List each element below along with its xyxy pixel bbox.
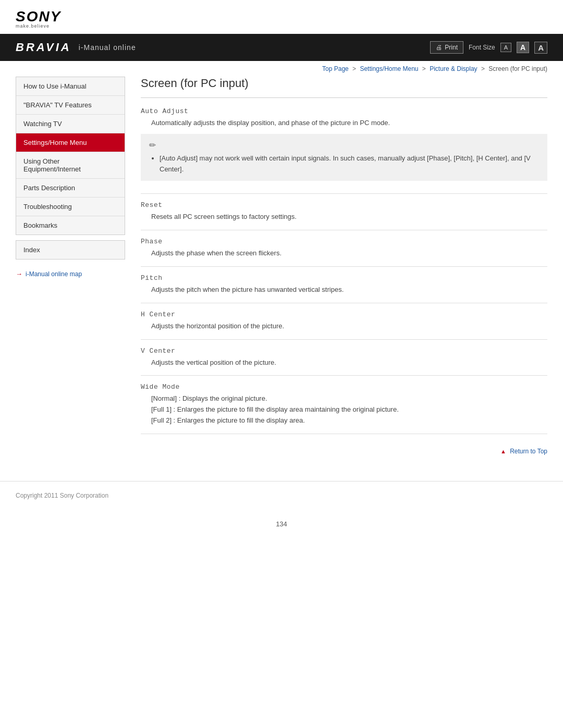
section-title-h-center: H Center <box>141 311 547 318</box>
section-desc-pitch: Adjusts the pitch when the picture has u… <box>141 285 547 295</box>
print-icon: 🖨 <box>436 44 442 51</box>
wide-mode-item-2: [Full 2] : Enlarges the picture to fill … <box>151 415 547 426</box>
section-desc-wide-mode: [Normal] : Displays the original picture… <box>141 393 547 426</box>
section-title-v-center: V Center <box>141 347 547 355</box>
sidebar: How to Use i-Manual "BRAVIA" TV Features… <box>16 77 125 465</box>
font-size-label: Font Size <box>469 44 495 51</box>
page-number: 134 <box>0 510 563 533</box>
sidebar-item-parts-description[interactable]: Parts Description <box>16 179 125 198</box>
font-medium-button[interactable]: A <box>517 42 529 53</box>
breadcrumb-settings[interactable]: Settings/Home Menu <box>360 65 418 72</box>
section-desc-reset: Resets all PC screen settings to factory… <box>141 212 547 223</box>
content-area: Screen (for PC input) Auto Adjust Automa… <box>125 77 547 465</box>
section-v-center: V Center Adjusts the vertical position o… <box>141 347 547 376</box>
sidebar-item-settings-home-menu[interactable]: Settings/Home Menu <box>16 133 125 152</box>
section-h-center: H Center Adjusts the horizontal position… <box>141 311 547 340</box>
footer: Copyright 2011 Sony Corporation <box>0 481 563 510</box>
section-title-wide-mode: Wide Mode <box>141 383 547 391</box>
top-bar-right: 🖨 Print Font Size A A A <box>430 41 547 54</box>
breadcrumb-picture[interactable]: Picture & Display <box>430 65 477 72</box>
sony-logo: SONY make.believe <box>16 9 547 29</box>
section-desc-auto-adjust: Automatically adjusts the display positi… <box>141 118 547 129</box>
breadcrumb-top-page[interactable]: Top Page <box>322 65 349 72</box>
section-desc-h-center: Adjusts the horizontal position of the p… <box>141 321 547 332</box>
copyright: Copyright 2011 Sony Corporation <box>16 492 108 499</box>
sidebar-map-link[interactable]: → i-Manual online map <box>16 268 125 280</box>
sidebar-item-using-other[interactable]: Using Other Equipment/Internet <box>16 152 125 179</box>
sidebar-item-watching-tv[interactable]: Watching TV <box>16 115 125 133</box>
sidebar-index-box: Index <box>16 240 125 260</box>
return-to-top: ▲ Return to Top <box>141 441 547 465</box>
section-desc-phase: Adjusts the phase when the screen flicke… <box>141 248 547 259</box>
note-box-auto-adjust: ✏ [Auto Adjust] may not work well with c… <box>141 134 547 181</box>
top-bar: BRAVIA i-Manual online 🖨 Print Font Size… <box>0 34 563 61</box>
sony-brand: SONY <box>16 9 547 24</box>
bravia-logo: BRAVIA <box>16 41 71 54</box>
section-title-pitch: Pitch <box>141 274 547 282</box>
note-edit-icon: ✏ <box>149 140 539 150</box>
triangle-up-icon: ▲ <box>500 448 506 454</box>
note-item-0: [Auto Adjust] may not work well with cer… <box>160 153 539 175</box>
section-phase: Phase Adjusts the phase when the screen … <box>141 238 547 267</box>
wide-mode-item-1: [Full 1] : Enlarges the picture to fill … <box>151 404 547 415</box>
sidebar-item-troubleshooting[interactable]: Troubleshooting <box>16 198 125 216</box>
breadcrumb-current: Screen (for PC input) <box>488 65 547 72</box>
return-to-top-link[interactable]: ▲ Return to Top <box>500 448 547 455</box>
section-auto-adjust: Auto Adjust Automatically adjusts the di… <box>141 107 547 194</box>
map-link-label: i-Manual online map <box>26 270 82 278</box>
section-desc-v-center: Adjusts the vertical position of the pic… <box>141 357 547 368</box>
sidebar-item-bookmarks[interactable]: Bookmarks <box>16 216 125 235</box>
arrow-right-icon: → <box>16 270 22 278</box>
breadcrumb-sep2: > <box>422 65 426 72</box>
sidebar-item-how-to-use[interactable]: How to Use i-Manual <box>16 77 125 96</box>
breadcrumb-sep3: > <box>481 65 485 72</box>
breadcrumb: Top Page > Settings/Home Menu > Picture … <box>0 61 563 77</box>
print-button[interactable]: 🖨 Print <box>430 41 463 54</box>
font-large-button[interactable]: A <box>534 42 547 54</box>
section-pitch: Pitch Adjusts the pitch when the picture… <box>141 274 547 303</box>
print-label: Print <box>445 44 458 51</box>
section-reset: Reset Resets all PC screen settings to f… <box>141 201 547 230</box>
bravia-title: BRAVIA i-Manual online <box>16 41 136 54</box>
section-title-reset: Reset <box>141 201 547 209</box>
return-to-top-label: Return to Top <box>510 448 547 455</box>
sidebar-item-index[interactable]: Index <box>16 241 125 259</box>
sony-tagline: make.believe <box>16 24 547 29</box>
page-title: Screen (for PC input) <box>141 77 547 98</box>
section-title-auto-adjust: Auto Adjust <box>141 107 547 115</box>
logo-area: SONY make.believe <box>0 0 563 34</box>
section-wide-mode: Wide Mode [Normal] : Displays the origin… <box>141 383 547 434</box>
main-layout: How to Use i-Manual "BRAVIA" TV Features… <box>0 77 563 481</box>
section-title-phase: Phase <box>141 238 547 245</box>
breadcrumb-sep1: > <box>352 65 356 72</box>
sidebar-item-bravia-features[interactable]: "BRAVIA" TV Features <box>16 96 125 115</box>
sidebar-nav: How to Use i-Manual "BRAVIA" TV Features… <box>16 77 125 235</box>
imanual-subtitle: i-Manual online <box>79 43 136 52</box>
note-list: [Auto Adjust] may not work well with cer… <box>149 153 539 175</box>
wide-mode-item-0: [Normal] : Displays the original picture… <box>151 393 547 404</box>
font-small-button[interactable]: A <box>500 43 511 52</box>
